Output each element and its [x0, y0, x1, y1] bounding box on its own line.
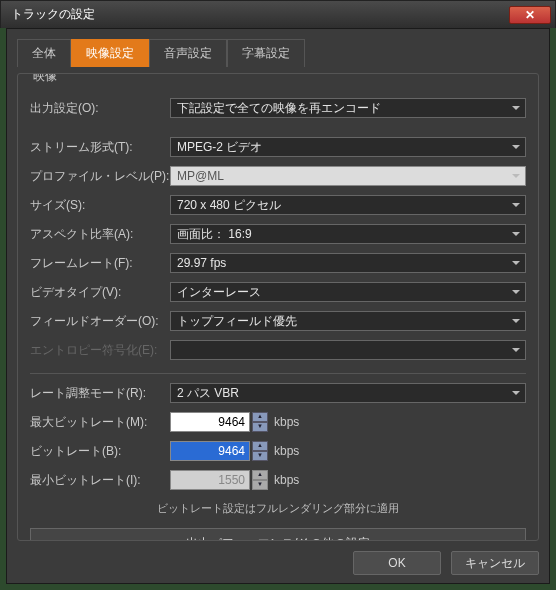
bitrate-note: ビットレート設定はフルレンダリング部分に適用: [30, 501, 526, 516]
select-entropy: [170, 340, 526, 360]
label-field: フィールドオーダー(O):: [30, 313, 170, 330]
tab-video[interactable]: 映像設定: [71, 39, 149, 67]
video-frame: 映像 出力設定(O): 下記設定で全ての映像を再エンコード ストリーム形式(T)…: [17, 73, 539, 541]
select-aspect[interactable]: 画面比： 16:9: [170, 224, 526, 244]
separator: [30, 373, 526, 374]
minbr-down-icon: ▼: [252, 480, 268, 490]
unit-minbr: kbps: [274, 473, 299, 487]
input-minbr: [170, 470, 250, 490]
tab-subtitle[interactable]: 字幕設定: [227, 39, 305, 67]
performance-button[interactable]: 出力パフォーマンス/その他の設定: [30, 528, 526, 541]
maxbr-up-icon[interactable]: ▲: [252, 412, 268, 422]
select-vtype[interactable]: インターレース: [170, 282, 526, 302]
label-entropy: エントロピー符号化(E):: [30, 342, 170, 359]
select-stream[interactable]: MPEG-2 ビデオ: [170, 137, 526, 157]
tab-bar: 全体 映像設定 音声設定 字幕設定: [17, 39, 539, 67]
label-profile: プロファイル・レベル(P):: [30, 168, 170, 185]
select-profile[interactable]: MP@ML: [170, 166, 526, 186]
select-ratemode[interactable]: 2 パス VBR: [170, 383, 526, 403]
minbr-up-icon: ▲: [252, 470, 268, 480]
ok-button[interactable]: OK: [353, 551, 441, 575]
tab-audio[interactable]: 音声設定: [149, 39, 227, 67]
unit-maxbr: kbps: [274, 415, 299, 429]
select-fps[interactable]: 29.97 fps: [170, 253, 526, 273]
label-aspect: アスペクト比率(A):: [30, 226, 170, 243]
label-output: 出力設定(O):: [30, 100, 170, 117]
label-minbr: 最小ビットレート(I):: [30, 472, 170, 489]
tab-all[interactable]: 全体: [17, 39, 71, 67]
unit-bitrate: kbps: [274, 444, 299, 458]
window-title: トラックの設定: [11, 6, 509, 23]
frame-title: 映像: [28, 73, 62, 85]
bitrate-up-icon[interactable]: ▲: [252, 441, 268, 451]
label-bitrate: ビットレート(B):: [30, 443, 170, 460]
close-button[interactable]: ✕: [509, 6, 551, 24]
label-vtype: ビデオタイプ(V):: [30, 284, 170, 301]
select-size[interactable]: 720 x 480 ピクセル: [170, 195, 526, 215]
dialog-footer: OK キャンセル: [17, 551, 539, 575]
label-stream: ストリーム形式(T):: [30, 139, 170, 156]
select-output[interactable]: 下記設定で全ての映像を再エンコード: [170, 98, 526, 118]
cancel-button[interactable]: キャンセル: [451, 551, 539, 575]
select-field[interactable]: トップフィールド優先: [170, 311, 526, 331]
close-icon: ✕: [525, 8, 535, 22]
label-ratemode: レート調整モード(R):: [30, 385, 170, 402]
input-maxbr[interactable]: [170, 412, 250, 432]
maxbr-down-icon[interactable]: ▼: [252, 422, 268, 432]
bitrate-down-icon[interactable]: ▼: [252, 451, 268, 461]
label-size: サイズ(S):: [30, 197, 170, 214]
dialog-body: 全体 映像設定 音声設定 字幕設定 映像 出力設定(O): 下記設定で全ての映像…: [6, 28, 550, 584]
label-fps: フレームレート(F):: [30, 255, 170, 272]
input-bitrate[interactable]: [170, 441, 250, 461]
label-maxbr: 最大ビットレート(M):: [30, 414, 170, 431]
